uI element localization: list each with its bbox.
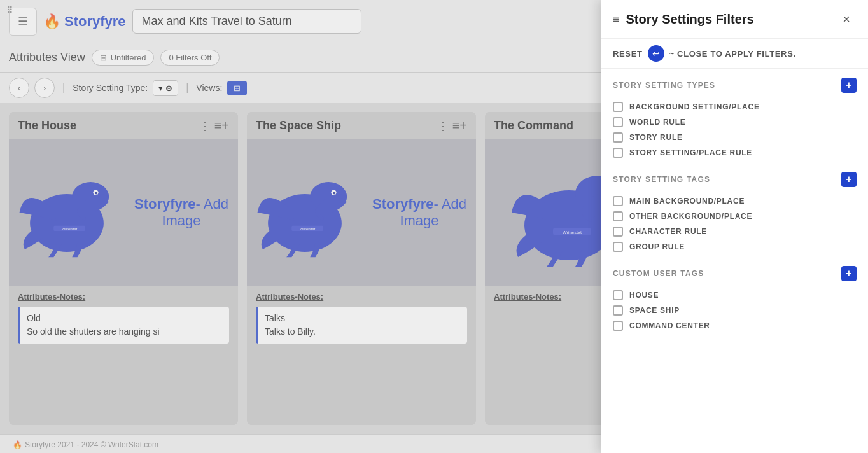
- filter-close-button[interactable]: ×: [836, 9, 857, 29]
- footer-left: 🔥 Storyfyre 2021 - 2024 © WriterStat.com: [13, 440, 158, 449]
- filter-option-space_ship[interactable]: SPACE SHIP: [613, 303, 857, 318]
- filter-option-character_rule[interactable]: CHARACTER RULE: [613, 224, 857, 239]
- card-image-area: Writerstat Storyfyre- Add Image: [9, 139, 238, 286]
- card-body: Attributes-Notes: TalksTalks to Billy.: [247, 286, 476, 425]
- attributes-block: OldSo old the shutters are hanging si: [18, 307, 229, 344]
- separator-2: |: [186, 82, 188, 94]
- filter-option-label: HOUSE: [629, 291, 659, 300]
- filter-checkbox-other_background[interactable]: [613, 211, 623, 221]
- filter-option-label: GROUP RULE: [629, 242, 685, 251]
- section-add-button[interactable]: +: [841, 172, 857, 187]
- card-title: The Command: [494, 119, 573, 132]
- brand-name: Storyfyre: [64, 13, 126, 30]
- filter-option-label: BACKGROUND SETTING/PLACE: [629, 102, 760, 111]
- story-card: ⠿ The House ⋮ ≡+ Writerstat: [9, 112, 238, 425]
- story-title-input[interactable]: [132, 9, 361, 34]
- story-card: ⠿ The Space Ship ⋮ ≡+ Writers: [247, 112, 476, 425]
- filter-checkbox-space_ship[interactable]: [613, 305, 623, 316]
- card-header: ⠿ The House ⋮ ≡+: [9, 112, 238, 139]
- svg-point-9: [333, 192, 335, 194]
- filter-option-command_center[interactable]: COMMAND CENTER: [613, 318, 857, 333]
- filter-option-story_rule[interactable]: STORY RULE: [613, 130, 857, 145]
- menu-button[interactable]: ☰: [9, 8, 37, 36]
- card-image-label[interactable]: Storyfyre- Add Image: [125, 196, 238, 229]
- filter-section-story_setting_tags: STORY SETTING TAGS + MAIN BACKGROUND/PLA…: [613, 172, 857, 254]
- next-button[interactable]: ›: [34, 78, 55, 98]
- filter-checkbox-house[interactable]: [613, 290, 623, 300]
- filters-off-label: 0 Filters Off: [169, 53, 211, 62]
- filter-option-label: OTHER BACKGROUND/PLACE: [629, 212, 752, 221]
- card-title: The Space Ship: [256, 119, 341, 132]
- filter-body: STORY SETTING TYPES + BACKGROUND SETTING…: [601, 69, 868, 453]
- filter-icon: ⊟: [100, 53, 107, 62]
- filter-option-group_rule[interactable]: GROUP RULE: [613, 239, 857, 254]
- filter-checkbox-story_setting_place_rule[interactable]: [613, 148, 623, 158]
- filter-section-header: CUSTOM USER TAGS +: [613, 266, 857, 281]
- card-image-label[interactable]: Storyfyre- Add Image: [363, 196, 476, 229]
- filter-option-label: WORLD RULE: [629, 118, 686, 127]
- filter-status-badge[interactable]: ⊟ Unfiltered: [92, 50, 155, 66]
- filter-option-main_background[interactable]: MAIN BACKGROUND/PLACE: [613, 193, 857, 209]
- filter-checkbox-story_rule[interactable]: [613, 132, 623, 143]
- card-body: Attributes-Notes: OldSo old the shutters…: [9, 286, 238, 425]
- card-header: ⠿ The Space Ship ⋮ ≡+: [247, 112, 476, 139]
- card-title: The House: [18, 119, 76, 132]
- reset-label: RESET: [613, 49, 643, 59]
- filter-checkbox-group_rule[interactable]: [613, 242, 623, 252]
- filters-off-badge[interactable]: 0 Filters Off: [160, 50, 220, 66]
- chevron-down-icon: ▾: [158, 83, 163, 93]
- filter-option-background_setting[interactable]: BACKGROUND SETTING/PLACE: [613, 99, 857, 115]
- hamburger-icon: ☰: [18, 15, 28, 29]
- setting-type-dropdown[interactable]: ▾ ⊛: [153, 80, 178, 96]
- svg-point-3: [95, 192, 97, 194]
- svg-text:Writerstat: Writerstat: [62, 227, 78, 231]
- footer-flame-icon: 🔥: [13, 440, 22, 449]
- section-add-button[interactable]: +: [841, 78, 857, 93]
- filter-option-label: SPACE SHIP: [629, 306, 680, 315]
- filter-option-other_background[interactable]: OTHER BACKGROUND/PLACE: [613, 209, 857, 224]
- filter-option-label: STORY SETTING/PLACE RULE: [629, 148, 752, 157]
- filter-funnel-icon: ≡: [613, 13, 620, 26]
- filter-option-label: COMMAND CENTER: [629, 321, 710, 330]
- card-add-button[interactable]: ≡+: [214, 118, 229, 133]
- prev-button[interactable]: ‹: [9, 78, 29, 98]
- attr-note: Old: [27, 312, 223, 325]
- flame-icon: 🔥: [43, 13, 60, 30]
- card-add-button[interactable]: ≡+: [452, 118, 467, 133]
- card-header-actions: ⋮ ≡+: [199, 118, 229, 133]
- chevron-right-icon: ›: [43, 83, 46, 93]
- attr-note: Talks: [265, 312, 461, 325]
- views-label: Views:: [196, 83, 222, 93]
- filter-section-title: STORY SETTING TYPES: [613, 81, 715, 90]
- reset-button[interactable]: ↩: [648, 45, 664, 62]
- filter-panel: ≡ Story Settings Filters × RESET ↩ ~ CLO…: [601, 0, 868, 453]
- views-button[interactable]: ⊞: [227, 81, 247, 95]
- brand-logo: 🔥 Storyfyre: [43, 13, 126, 30]
- close-to-apply-text: ~ CLOSE TO APPLY FILTERS.: [669, 49, 796, 59]
- card-menu-button[interactable]: ⋮: [199, 119, 211, 133]
- filter-option-world_rule[interactable]: WORLD RULE: [613, 115, 857, 130]
- svg-text:Writerstat: Writerstat: [300, 227, 316, 231]
- filter-checkbox-background_setting[interactable]: [613, 102, 623, 112]
- chevron-left-icon: ‹: [18, 83, 21, 93]
- filter-option-story_setting_place_rule[interactable]: STORY SETTING/PLACE RULE: [613, 145, 857, 160]
- attributes-label: Attributes-Notes:: [18, 292, 229, 302]
- view-title: Attributes View: [9, 51, 85, 64]
- filter-option-label: CHARACTER RULE: [629, 227, 707, 236]
- filter-section-story_setting_types: STORY SETTING TYPES + BACKGROUND SETTING…: [613, 78, 857, 160]
- filter-section-custom_user_tags: CUSTOM USER TAGS + HOUSE: [613, 266, 857, 333]
- filter-panel-title-text: Story Settings Filters: [626, 12, 754, 27]
- filter-section-title: STORY SETTING TAGS: [613, 175, 710, 184]
- filter-checkbox-main_background[interactable]: [613, 196, 623, 206]
- filter-reset-bar: RESET ↩ ~ CLOSE TO APPLY FILTERS.: [601, 39, 868, 69]
- section-add-button[interactable]: +: [841, 266, 857, 281]
- filter-option-house[interactable]: HOUSE: [613, 288, 857, 303]
- filter-checkbox-character_rule[interactable]: [613, 226, 623, 237]
- setting-type-label: Story Setting Type:: [73, 83, 148, 93]
- filter-status-label: Unfiltered: [111, 53, 146, 62]
- filter-checkbox-world_rule[interactable]: [613, 117, 623, 127]
- separator-1: |: [62, 82, 65, 94]
- card-menu-button[interactable]: ⋮: [437, 119, 449, 133]
- filter-checkbox-command_center[interactable]: [613, 321, 623, 331]
- filter-section-header: STORY SETTING TYPES +: [613, 78, 857, 93]
